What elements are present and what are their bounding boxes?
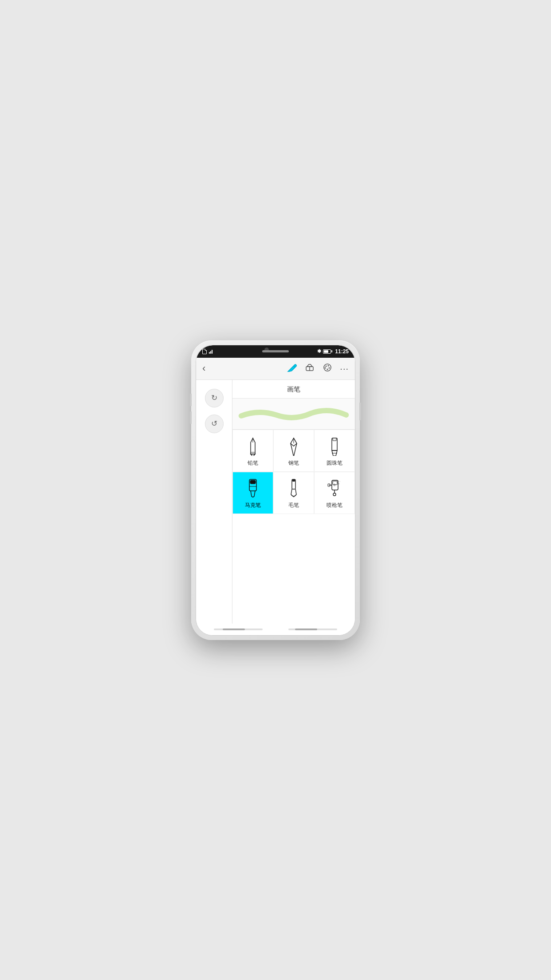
svg-rect-19 — [250, 480, 256, 484]
phone-screen: ✱ 11:25 ‹ — [196, 345, 355, 636]
svg-point-3 — [326, 366, 327, 367]
brush-item-marker[interactable]: 马克笔 — [232, 472, 273, 514]
fountain-pen-icon — [285, 436, 303, 457]
left-scroll-track[interactable] — [214, 628, 263, 630]
canvas-side-panel: ↻ ↺ — [196, 380, 232, 635]
svg-point-7 — [327, 369, 328, 370]
svg-point-30 — [337, 482, 338, 482]
fountain-pen-label: 钢笔 — [288, 459, 299, 467]
left-scroll-thumb — [223, 628, 245, 630]
svg-rect-22 — [292, 479, 295, 482]
eraser-tool-button[interactable] — [304, 362, 315, 375]
brush-icon — [285, 478, 303, 499]
ballpoint-label: 圆珠笔 — [327, 459, 342, 467]
wifi-icon — [209, 349, 213, 354]
app-toolbar: ‹ — [196, 358, 355, 380]
screen-content: ✱ 11:25 ‹ — [196, 345, 355, 635]
brush-label: 毛笔 — [288, 502, 299, 509]
volume-down-button — [190, 411, 192, 424]
status-left-icons — [202, 349, 213, 354]
spray-icon: 0 — [326, 478, 343, 499]
brush-grid: 铅笔 钢笔 — [232, 430, 355, 514]
bottom-scrollbars — [196, 624, 355, 635]
battery-icon — [323, 349, 332, 354]
svg-rect-15 — [333, 438, 336, 441]
brush-item-brush[interactable]: 毛笔 — [273, 472, 314, 514]
brush-selector-panel: 画笔 — [232, 380, 355, 635]
time-display: 11:25 — [335, 348, 349, 355]
brush-item-pencil[interactable]: 铅笔 — [232, 430, 273, 472]
svg-marker-10 — [251, 454, 255, 456]
svg-point-31 — [338, 483, 339, 484]
redo-button[interactable]: ↻ — [205, 389, 224, 407]
marker-icon — [244, 478, 262, 499]
redo-icon: ↻ — [211, 393, 217, 403]
svg-point-6 — [329, 368, 330, 369]
brush-stroke-preview — [232, 403, 355, 425]
toolbar-left: ‹ — [202, 364, 205, 373]
brush-item-fountain-pen[interactable]: 钢笔 — [273, 430, 314, 472]
back-button[interactable]: ‹ — [202, 364, 205, 373]
pencil-label: 铅笔 — [248, 459, 258, 467]
svg-point-32 — [338, 480, 338, 481]
pen-tool-button[interactable] — [287, 362, 297, 375]
marker-label: 马克笔 — [245, 502, 261, 509]
toolbar-right: ··· — [287, 362, 349, 375]
status-right-icons: ✱ 11:25 — [317, 348, 349, 355]
brush-item-ballpoint[interactable]: 圆珠笔 — [314, 430, 355, 472]
svg-point-33 — [339, 481, 340, 482]
palette-tool-button[interactable] — [322, 362, 333, 375]
svg-point-5 — [325, 368, 326, 369]
undo-icon: ↺ — [211, 419, 217, 428]
more-options-button[interactable]: ··· — [340, 364, 349, 374]
main-content-area: ↻ ↺ 画笔 — [196, 380, 355, 635]
right-scroll-track[interactable] — [288, 628, 337, 630]
ballpoint-icon — [326, 436, 343, 457]
volume-up-button — [190, 394, 192, 406]
panel-title: 画笔 — [232, 380, 355, 399]
brush-item-spray[interactable]: 0 — [314, 472, 355, 514]
bluetooth-icon: ✱ — [317, 348, 321, 354]
svg-text:0: 0 — [334, 483, 335, 486]
phone-speaker — [262, 350, 289, 352]
power-button — [359, 403, 361, 420]
spray-label: 喷枪笔 — [327, 502, 342, 509]
document-icon — [202, 349, 207, 354]
svg-point-4 — [328, 365, 329, 367]
undo-button[interactable]: ↺ — [205, 415, 224, 433]
phone-frame: ✱ 11:25 ‹ — [191, 340, 360, 640]
right-scroll-thumb — [295, 628, 317, 630]
brush-preview-area — [232, 399, 355, 430]
pencil-icon — [244, 436, 262, 457]
